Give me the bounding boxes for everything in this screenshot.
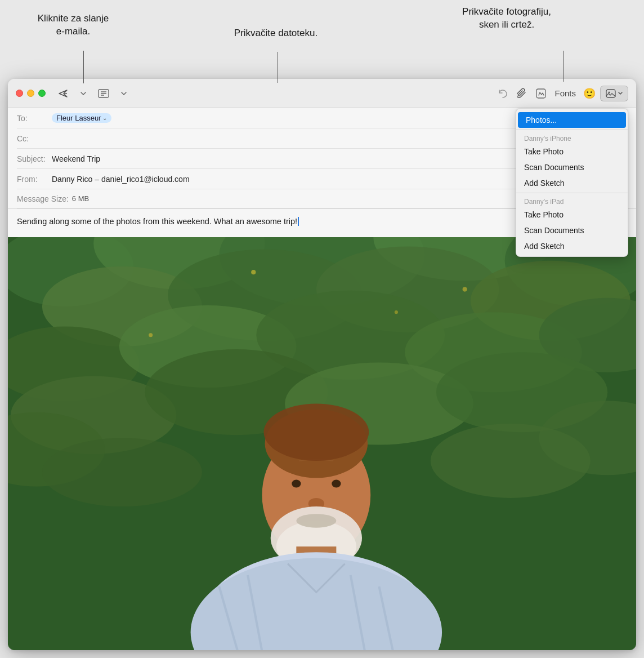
menu-item-ipad-add-sketch[interactable]: Add Sketch (516, 238, 628, 254)
menu-section-ipad: Danny's iPad (516, 195, 628, 207)
svg-point-33 (332, 479, 341, 487)
format-chevron-button[interactable] (115, 86, 132, 101)
svg-rect-5 (606, 90, 615, 97)
menu-item-iphone-take-photo[interactable]: Take Photo (516, 144, 628, 159)
svg-point-28 (149, 333, 153, 337)
undo-button[interactable] (494, 86, 511, 101)
photo-svg (8, 237, 636, 650)
mail-body[interactable]: Sending along some of the photos from th… (8, 209, 636, 650)
minimize-button[interactable] (27, 90, 34, 97)
insert-photo-dropdown: Photos... Danny's iPhone Take Photo Scan… (516, 108, 628, 257)
message-size-label: Message Size: (17, 194, 69, 203)
markup-button[interactable] (533, 86, 549, 101)
svg-point-49 (431, 424, 591, 498)
from-label: From: (17, 175, 52, 184)
send-annotation: Kliknite za slanje e-maila. (28, 12, 118, 38)
menu-item-photos[interactable]: Photos... (518, 112, 626, 128)
subject-label: Subject: (17, 154, 52, 163)
insert-photo-button[interactable] (600, 86, 628, 101)
text-cursor (298, 217, 299, 226)
svg-point-27 (395, 310, 398, 314)
attach-button[interactable] (513, 86, 530, 101)
menu-section-iphone: Danny's iPhone (516, 132, 628, 144)
to-label: To: (17, 114, 52, 123)
menu-item-ipad-scan-docs[interactable]: Scan Documents (516, 223, 628, 238)
toolbar: Fonts 🙂 (8, 79, 636, 108)
fullscreen-button[interactable] (38, 90, 46, 97)
menu-divider-2 (516, 193, 628, 193)
format-button[interactable] (95, 86, 112, 101)
insert-photo-icon (605, 88, 616, 99)
menu-divider-1 (516, 130, 628, 130)
svg-point-48 (42, 438, 202, 506)
cc-label: Cc: (17, 134, 52, 143)
svg-point-29 (463, 287, 467, 292)
send-chevron-button[interactable] (75, 86, 92, 101)
recipient-chevron: ⌄ (102, 115, 107, 121)
menu-item-iphone-scan-docs[interactable]: Scan Documents (516, 159, 628, 175)
send-button[interactable] (55, 86, 71, 101)
email-photo (8, 237, 636, 650)
emoji-button[interactable]: 🙂 (581, 86, 598, 101)
attach-annotation: Prikvačite datoteku. (220, 27, 332, 40)
svg-point-37 (296, 514, 336, 527)
svg-point-45 (264, 403, 369, 460)
menu-item-ipad-take-photo[interactable]: Take Photo (516, 207, 628, 223)
mail-window: Fonts 🙂 To: Fleu (8, 79, 636, 650)
close-button[interactable] (16, 90, 23, 97)
menu-item-iphone-add-sketch[interactable]: Add Sketch (516, 175, 628, 191)
subject-value[interactable]: Weekend Trip (52, 154, 100, 163)
fonts-button[interactable]: Fonts (552, 86, 579, 101)
traffic-lights (16, 90, 46, 97)
svg-point-6 (609, 91, 610, 93)
toolbar-right: Fonts 🙂 (494, 86, 628, 101)
svg-point-32 (292, 479, 301, 487)
svg-point-26 (251, 270, 256, 274)
from-value: Danny Rico – daniel_rico1@icloud.com (52, 175, 190, 184)
message-size-value: 6 MB (72, 194, 89, 203)
recipient-chip[interactable]: Fleur Lasseur ⌄ (52, 113, 111, 123)
insert-photo-chevron-icon (618, 91, 623, 96)
photo-annotation: Prikvačite fotografiju, sken ili crtež. (439, 6, 574, 32)
